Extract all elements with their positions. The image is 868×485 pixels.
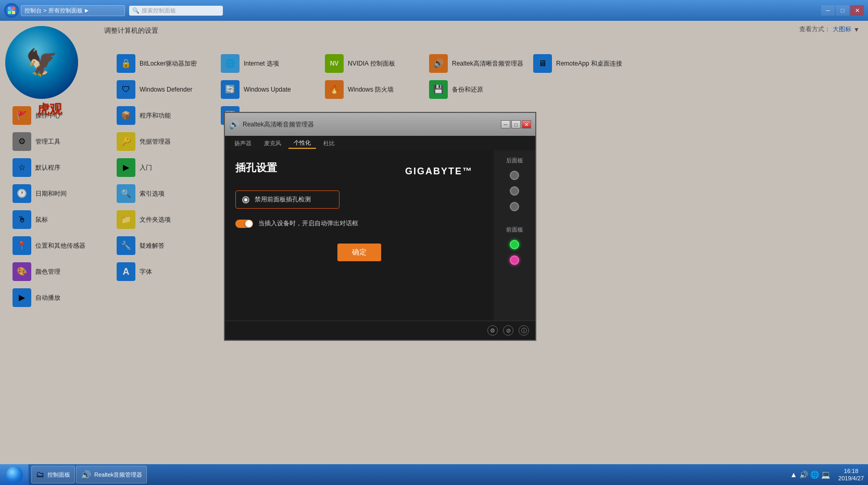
breadcrumb[interactable]: 控制台 > 所有控制面板 ▶ (21, 5, 125, 16)
systray: ▲ 🔊 🌐 💻 (786, 470, 834, 479)
jack-info-icon[interactable]: ⓘ (519, 325, 529, 336)
realtek-close-btn[interactable]: ✕ (522, 120, 531, 129)
jack-toggle[interactable] (235, 220, 253, 228)
top-window-controls: ─ □ ✕ (821, 5, 868, 16)
jack-option2: 当插入设备时，开启自动弹出对话框 (235, 219, 483, 228)
realtek-maximize-btn[interactable]: □ (511, 120, 521, 129)
jack-circle-icon[interactable]: ⊘ (503, 325, 513, 336)
jack-content: 插孔设置 GIGABYTE™ 禁用前面板插孔检测 当插入设备时，开启自动弹出对话… (225, 150, 535, 321)
radio-dot-inner1 (244, 198, 247, 201)
jack-dot-back1[interactable] (510, 171, 519, 180)
toggle-knob (245, 220, 253, 227)
systray-volume[interactable]: 🔊 (799, 470, 808, 479)
realtek-window-controls: ─ □ ✕ (501, 120, 531, 129)
tab-dolby[interactable]: 杜比 (318, 138, 340, 148)
realtek-titlebar: 🔊 Realtek高清晰音频管理器 ─ □ ✕ (225, 113, 535, 136)
svg-rect-0 (8, 7, 11, 10)
clock-date: 2019/4/27 (838, 475, 864, 482)
taskbar-top-left: 控制台 > 所有控制面板 ▶ 🔍 搜索控制面板 (0, 3, 227, 18)
taskbar-bottom: 🗂 控制面板 🔊 Realtek音频管理器 ▲ 🔊 🌐 💻 16:18 2019… (0, 464, 868, 485)
realtek-dialog-title: Realtek高清晰音频管理器 (243, 120, 314, 129)
realtek-dialog: 🔊 Realtek高清晰音频管理器 ─ □ ✕ 扬声器 麦克风 个性化 杜比 插… (224, 112, 536, 341)
tab-microphone[interactable]: 麦克风 (259, 138, 286, 148)
section-front-label: 前面板 (506, 226, 523, 234)
clock-time: 16:18 (838, 467, 864, 475)
jack-dots-back (510, 171, 519, 211)
section-back-label: 后面板 (506, 157, 523, 164)
jack-option1-label: 禁用前面板插孔检测 (255, 195, 311, 204)
maximize-button[interactable]: □ (836, 5, 849, 16)
jack-right-panel: 后面板 前面板 (494, 150, 535, 321)
realtek-title-text: 🔊 Realtek高清晰音频管理器 (229, 120, 314, 130)
jack-dot-back3[interactable] (510, 202, 519, 211)
taskbar-app-realtek[interactable]: 🔊 Realtek音频管理器 (76, 466, 147, 483)
realtek-minimize-btn[interactable]: ─ (501, 120, 510, 129)
search-icon: 🔍 (132, 7, 140, 14)
jack-left-panel: 插孔设置 GIGABYTE™ 禁用前面板插孔检测 当插入设备时，开启自动弹出对话… (225, 150, 494, 321)
taskbar-app-label-rt: Realtek音频管理器 (94, 471, 142, 479)
tab-personalize[interactable]: 个性化 (288, 138, 316, 149)
taskbar-app-controlpanel[interactable]: 🗂 控制面板 (31, 466, 75, 483)
breadcrumb-text: 控制台 > 所有控制面板 (24, 7, 83, 15)
taskbar-top: 控制台 > 所有控制面板 ▶ 🔍 搜索控制面板 ─ □ ✕ (0, 0, 868, 21)
main-area: 查看方式： 大图标 ▼ 调整计算机的设置 🦅 虎观 🔒 BitLocker驱动器… (0, 21, 868, 464)
jack-bottom-toolbar: ⚙ ⊘ ⓘ (225, 321, 535, 340)
jack-title: 插孔设置 (235, 161, 277, 175)
jack-dot-front-green[interactable] (510, 240, 519, 249)
systray-power[interactable]: 💻 (821, 470, 830, 479)
breadcrumb-arrow: ▶ (85, 8, 89, 13)
system-clock[interactable]: 16:18 2019/4/27 (834, 467, 868, 482)
taskbar-app-icon-cp: 🗂 (36, 470, 44, 479)
jack-header: 插孔设置 GIGABYTE™ (235, 161, 483, 180)
realtek-tabs: 扬声器 麦克风 个性化 杜比 (225, 136, 535, 150)
start-button[interactable] (0, 464, 29, 485)
radio-option1[interactable] (242, 196, 249, 203)
realtek-title-icon: 🔊 (229, 120, 240, 130)
svg-rect-1 (12, 7, 15, 10)
jack-confirm-button[interactable]: 确定 (337, 244, 381, 261)
start-orb (6, 466, 23, 483)
jack-dots-front (510, 240, 519, 265)
windows-orb-top[interactable] (4, 3, 19, 18)
minimize-button[interactable]: ─ (821, 5, 835, 16)
systray-network[interactable]: 🌐 (810, 470, 819, 479)
gigabyte-brand: GIGABYTE™ (405, 166, 473, 177)
taskbar-app-label-cp: 控制面板 (47, 471, 70, 479)
jack-gear-icon[interactable]: ⚙ (487, 325, 498, 336)
search-placeholder: 搜索控制面板 (142, 7, 176, 15)
svg-rect-3 (12, 11, 15, 14)
search-box[interactable]: 🔍 搜索控制面板 (129, 6, 223, 16)
taskbar-items: 🗂 控制面板 🔊 Realtek音频管理器 (29, 466, 786, 483)
jack-option1-box[interactable]: 禁用前面板插孔检测 (235, 190, 339, 209)
taskbar-app-icon-rt: 🔊 (81, 470, 91, 480)
systray-arrow[interactable]: ▲ (790, 470, 797, 479)
close-button[interactable]: ✕ (850, 5, 864, 16)
jack-dot-back2[interactable] (510, 186, 519, 196)
jack-option2-label: 当插入设备时，开启自动弹出对话框 (258, 219, 358, 228)
svg-rect-2 (8, 11, 11, 14)
jack-dot-front-pink[interactable] (510, 256, 519, 265)
tab-speakers[interactable]: 扬声器 (229, 138, 257, 148)
